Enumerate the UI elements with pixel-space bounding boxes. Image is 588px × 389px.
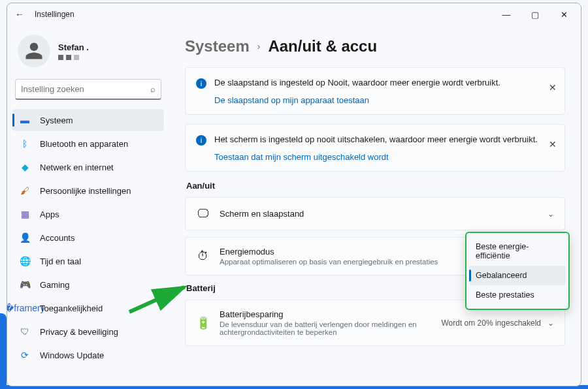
sidebar-item-label: Accounts [40,233,74,243]
shield-icon: 🛡 [19,326,31,337]
display-icon: ▬ [19,114,31,126]
section-label-power: Aan/uit [186,181,565,191]
sidebar-item-system[interactable]: ▬ Systeem [12,109,164,131]
wifi-icon: ◆ [19,161,31,173]
sidebar-item-bluetooth[interactable]: ᛒ Bluetooth en apparaten [12,132,164,155]
battery-leaf-icon: 🔋 [196,316,210,330]
info-card-screen: i Het scherm is ingesteld op nooit uitsc… [185,124,565,172]
sidebar-item-label: Toegankelijkheid [40,303,103,313]
globe-icon: 🌐 [19,255,31,267]
avatar [18,35,50,67]
nav-list: ▬ Systeem ᛒ Bluetooth en apparaten ◆ Net… [12,109,164,366]
chevron-down-icon: ⌄ [547,210,554,219]
paint-icon: 🖌 [19,185,31,196]
sidebar-item-time-language[interactable]: 🌐 Tijd en taal [12,250,164,272]
profile-block[interactable]: Stefan . [12,29,164,79]
sidebar-item-label: Systeem [40,116,73,125]
breadcrumb-parent[interactable]: Systeem [185,37,250,55]
close-icon[interactable]: ✕ [549,139,557,149]
sidebar-item-label: Windows Update [40,350,104,360]
info-link-allow-screen-off[interactable]: Toestaan dat mijn scherm uitgeschakeld w… [214,152,389,162]
setting-value: Wordt om 20% ingeschakeld [441,319,541,328]
sidebar-item-label: Apps [40,210,59,219]
power-mode-dropdown: Beste energie-efficiëntie Gebalanceerd B… [465,232,570,310]
person-icon [24,41,44,61]
search-box[interactable]: ⌕ [15,79,161,100]
sidebar: Stefan . ⌕ ▬ Systeem ᛒ Bluetooth en appa… [7,25,169,386]
dropdown-option-balanced[interactable]: Gebalanceerd [469,266,566,285]
search-icon: ⌕ [150,84,155,94]
profile-sub [58,55,89,60]
minimize-button[interactable]: — [492,3,521,25]
setting-subtitle: De levensduur van de batterij verlengen … [220,320,432,336]
main-content: Systeem › Aan/uit & accu i De slaapstand… [169,25,581,386]
back-button[interactable]: ← [14,9,25,20]
maximize-button[interactable]: ▢ [521,3,549,25]
bluetooth-icon: ᛒ [19,138,31,149]
setting-screen-sleep[interactable]: 🖵 Scherm en slaapstand ⌄ [185,197,565,230]
person-icon: 👤 [19,232,31,243]
sidebar-item-label: Netwerk en internet [40,163,114,172]
apps-icon: ▦ [19,208,31,220]
sidebar-item-apps[interactable]: ▦ Apps [12,203,164,225]
dropdown-option-best-efficiency[interactable]: Beste energie-efficiëntie [469,237,566,266]
sidebar-item-windows-update[interactable]: ⟳ Windows Update [12,344,164,366]
breadcrumb: Systeem › Aan/uit & accu [185,37,565,55]
setting-title: Scherm en slaapstand [220,209,538,219]
sidebar-item-network[interactable]: ◆ Netwerk en internet [12,156,164,178]
info-icon: i [196,78,206,89]
profile-name: Stefan . [58,42,89,52]
window-title: Instellingen [35,10,74,19]
sidebar-item-label: Bluetooth en apparaten [40,139,128,149]
update-icon: ⟳ [19,349,31,361]
settings-window: ← Instellingen — ▢ ✕ Stefan . ⌕ [7,3,581,386]
sidebar-item-label: Gaming [40,280,70,290]
close-icon[interactable]: ✕ [549,82,557,93]
sidebar-item-accessibility[interactable]: �framery Toegankelijkheid [12,297,164,319]
sidebar-item-label: Privacy & beveiliging [40,327,118,337]
sidebar-item-gaming[interactable]: 🎮 Gaming [12,273,164,296]
info-icon: i [196,135,206,146]
titlebar: ← Instellingen — ▢ ✕ [7,3,581,25]
close-button[interactable]: ✕ [549,3,578,25]
info-link-allow-sleep[interactable]: De slaapstand op mijn apparaat toestaan [214,95,369,105]
accessibility-icon: �framery [19,302,31,314]
info-card-sleep: i De slaapstand is ingesteld op Nooit, w… [185,67,565,115]
gauge-icon: ⏱ [196,249,210,263]
chevron-right-icon: › [257,41,261,52]
chevron-down-icon: ⌄ [547,319,554,328]
sidebar-item-accounts[interactable]: 👤 Accounts [12,226,164,249]
info-text: Het scherm is ingesteld op nooit uitscha… [214,134,538,146]
desktop-edge-left [0,313,7,389]
screen-icon: 🖵 [196,207,210,221]
dropdown-option-best-performance[interactable]: Beste prestaties [469,285,566,305]
sidebar-item-personalization[interactable]: 🖌 Persoonlijke instellingen [12,179,164,202]
gamepad-icon: 🎮 [19,279,31,290]
sidebar-item-label: Tijd en taal [40,257,81,266]
page-title: Aan/uit & accu [268,37,377,55]
sidebar-item-privacy[interactable]: 🛡 Privacy & beveiliging [12,320,164,343]
info-text: De slaapstand is ingesteld op Nooit, waa… [214,77,500,89]
setting-title: Batterijbesparing [220,309,432,319]
search-input[interactable] [21,84,150,94]
sidebar-item-label: Persoonlijke instellingen [40,186,131,196]
